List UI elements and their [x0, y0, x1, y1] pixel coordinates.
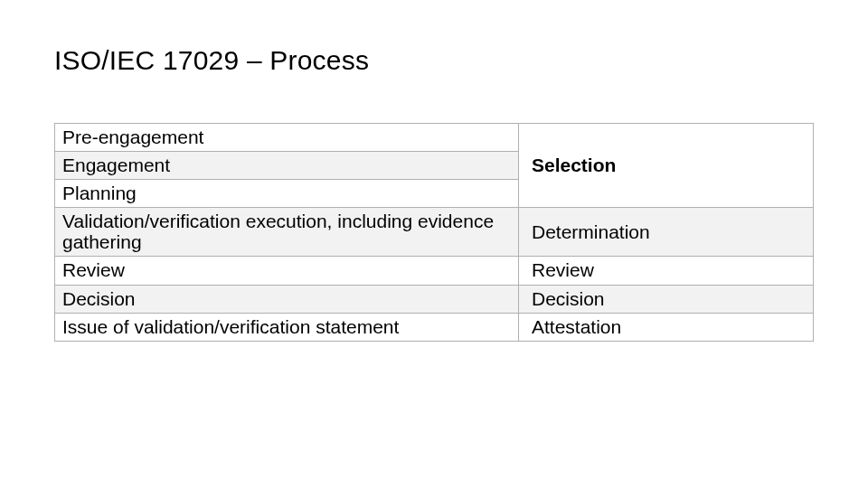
cell-left: Validation/verification execution, inclu… — [55, 208, 519, 257]
cell-right-decision: Decision — [518, 285, 813, 313]
cell-left: Issue of validation/verification stateme… — [55, 313, 519, 341]
cell-right-review: Review — [518, 257, 813, 285]
cell-right-attestation: Attestation — [518, 313, 813, 341]
slide: ISO/IEC 17029 – Process Pre-engagement S… — [0, 0, 868, 488]
table-row: Decision Decision — [55, 285, 814, 313]
cell-right-selection: Selection — [518, 124, 813, 208]
table-row: Issue of validation/verification stateme… — [55, 313, 814, 341]
cell-left: Decision — [55, 285, 519, 313]
cell-right-determination: Determination — [518, 208, 813, 257]
process-table: Pre-engagement Selection Engagement Plan… — [54, 123, 814, 342]
cell-left: Pre-engagement — [55, 124, 519, 152]
table-row: Pre-engagement Selection — [55, 124, 814, 152]
table-row: Review Review — [55, 257, 814, 285]
cell-left: Planning — [55, 180, 519, 208]
table-row: Validation/verification execution, inclu… — [55, 208, 814, 257]
slide-title: ISO/IEC 17029 – Process — [54, 45, 814, 76]
cell-left: Engagement — [55, 152, 519, 180]
cell-left: Review — [55, 257, 519, 285]
